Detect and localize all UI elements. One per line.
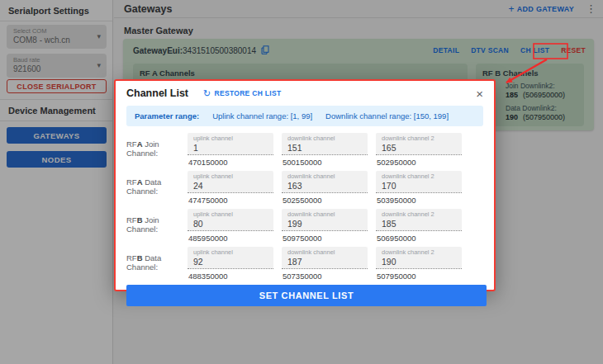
set-channel-list-button[interactable]: SET CHANNEL LIST: [126, 285, 487, 306]
downlink-channel-field: downlink channel 199 509750000: [282, 209, 368, 243]
channel-input[interactable]: uplink channel 92: [188, 247, 273, 269]
channel-list-modal: Channel List ↻ RESTORE CH LIST × Paramet…: [114, 79, 496, 291]
channel-input[interactable]: downlink channel 199: [282, 209, 368, 231]
field-value: 185: [382, 219, 456, 229]
field-frequency: 488350000: [188, 269, 273, 281]
field-value: 163: [287, 181, 362, 191]
field-value: 187: [287, 257, 362, 267]
channel-input[interactable]: downlink channel 2 190: [376, 247, 462, 269]
field-value: 151: [287, 143, 362, 153]
restore-ch-list-button[interactable]: ↻ RESTORE CH LIST: [203, 88, 281, 99]
downlink-channel-field: downlink channel 151 500150000: [282, 133, 368, 167]
field-value: 92: [193, 257, 268, 267]
field-label: downlink channel 2: [382, 248, 456, 256]
field-frequency: 509750000: [282, 231, 368, 243]
uplink-channel-field: uplink channel 80 485950000: [188, 209, 273, 243]
field-label: uplink channel: [193, 135, 268, 142]
parameter-range-banner: Parameter range: Uplink channel range: […: [126, 106, 483, 126]
downlink-channel2-field: downlink channel 2 190 507950000: [376, 247, 462, 281]
rfb-join-channel-row: RFB Join Channel: uplink channel 80 4859…: [126, 209, 483, 243]
field-value: 1: [193, 143, 268, 153]
row-label: RFB Join Channel:: [126, 209, 188, 243]
field-label: uplink channel: [193, 248, 268, 256]
channel-input[interactable]: uplink channel 24: [188, 171, 273, 193]
field-label: downlink channel: [287, 135, 362, 142]
close-icon[interactable]: ×: [476, 87, 483, 100]
parameter-range-label: Parameter range:: [135, 111, 199, 121]
field-label: downlink channel: [287, 173, 362, 180]
field-label: uplink channel: [193, 173, 268, 180]
field-frequency: 474750000: [188, 193, 273, 205]
row-label: RFA Data Channel:: [126, 171, 188, 205]
row-label: RFA Join Channel:: [126, 133, 188, 167]
rfb-data-channel-row: RFB Data Channel: uplink channel 92 4883…: [126, 247, 483, 281]
downlink-range-text: Downlink channel range: [150, 199]: [325, 111, 449, 121]
field-label: uplink channel: [193, 210, 268, 218]
field-value: 165: [382, 143, 456, 153]
field-frequency: 470150000: [188, 155, 273, 167]
field-label: downlink channel 2: [382, 210, 456, 218]
channel-input[interactable]: downlink channel 187: [282, 247, 368, 269]
downlink-channel-field: downlink channel 187 507350000: [282, 247, 368, 281]
field-label: downlink channel 2: [382, 135, 456, 142]
channel-rows: RFA Join Channel: uplink channel 1 47015…: [116, 126, 494, 281]
channel-input[interactable]: downlink channel 163: [282, 171, 368, 193]
modal-title: Channel List: [126, 87, 188, 99]
channel-input[interactable]: uplink channel 80: [188, 209, 273, 231]
field-frequency: 502550000: [282, 193, 368, 205]
field-value: 170: [382, 181, 456, 191]
uplink-channel-field: uplink channel 24 474750000: [188, 171, 273, 205]
rfa-join-channel-row: RFA Join Channel: uplink channel 1 47015…: [126, 133, 483, 167]
uplink-channel-field: uplink channel 1 470150000: [188, 133, 273, 167]
field-frequency: 485950000: [188, 231, 273, 243]
row-label: RFB Data Channel:: [126, 247, 188, 281]
field-frequency: 503950000: [376, 193, 462, 205]
channel-input[interactable]: downlink channel 151: [282, 133, 368, 155]
downlink-channel-field: downlink channel 163 502550000: [282, 171, 368, 205]
field-value: 24: [193, 181, 268, 191]
field-frequency: 506950000: [376, 231, 462, 243]
channel-input[interactable]: uplink channel 1: [188, 133, 273, 155]
uplink-range-text: Uplink channel range: [1, 99]: [212, 111, 312, 121]
downlink-channel2-field: downlink channel 2 170 503950000: [376, 171, 462, 205]
field-value: 190: [382, 257, 456, 267]
rfa-data-channel-row: RFA Data Channel: uplink channel 24 4747…: [126, 171, 483, 205]
field-value: 199: [287, 219, 362, 229]
field-value: 80: [193, 219, 268, 229]
downlink-channel2-field: downlink channel 2 165 502950000: [376, 133, 462, 167]
channel-input[interactable]: downlink channel 2 170: [376, 171, 462, 193]
field-frequency: 507950000: [376, 269, 462, 281]
field-frequency: 507350000: [282, 269, 368, 281]
field-frequency: 500150000: [282, 155, 368, 167]
modal-header: Channel List ↻ RESTORE CH LIST ×: [116, 81, 494, 106]
refresh-icon: ↻: [203, 88, 211, 99]
channel-input[interactable]: downlink channel 2 165: [376, 133, 462, 155]
field-label: downlink channel 2: [382, 173, 456, 180]
channel-input[interactable]: downlink channel 2 185: [376, 209, 462, 231]
app-window: Serialport Settings Select COM COM8 - wc…: [0, 0, 603, 364]
uplink-channel-field: uplink channel 92 488350000: [188, 247, 273, 281]
field-label: downlink channel: [287, 248, 362, 256]
downlink-channel2-field: downlink channel 2 185 506950000: [376, 209, 462, 243]
field-frequency: 502950000: [376, 155, 462, 167]
restore-ch-list-label: RESTORE CH LIST: [215, 89, 282, 97]
field-label: downlink channel: [287, 210, 362, 218]
